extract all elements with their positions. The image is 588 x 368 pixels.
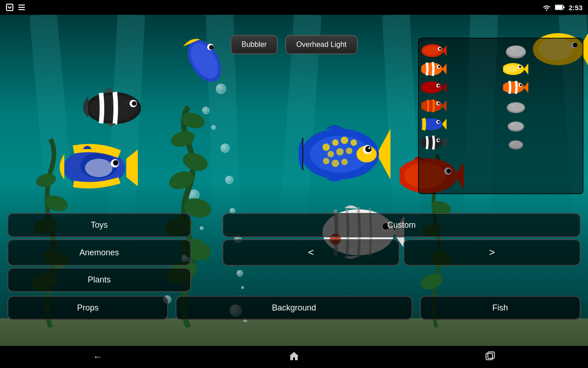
menu-row-bottom: Props Background Fish: [7, 296, 581, 320]
svg-point-12: [181, 150, 210, 174]
fish-option-stone2[interactable]: [503, 98, 528, 114]
svg-point-80: [438, 121, 440, 123]
svg-point-47: [365, 146, 372, 152]
fish-option-blue-yellow[interactable]: [421, 116, 447, 132]
svg-point-13: [170, 129, 197, 149]
fish-option-black-white[interactable]: [421, 134, 447, 151]
svg-rect-6: [555, 6, 562, 9]
bottom-menu: Toys Custom Anemones < > Plants Props Ba…: [0, 223, 588, 324]
svg-point-27: [132, 101, 136, 106]
svg-point-74: [438, 85, 440, 87]
next-button[interactable]: >: [403, 239, 581, 266]
fish-option-clownfish[interactable]: [421, 61, 447, 77]
fish-option-stone1[interactable]: [503, 42, 528, 59]
menu-row-3: Plants: [7, 268, 581, 292]
status-bar-left: [6, 3, 26, 12]
anemones-button[interactable]: Anemones: [7, 239, 191, 266]
svg-point-90: [519, 66, 521, 68]
fish-blue-yellow-main: [55, 143, 138, 193]
svg-point-93: [520, 84, 522, 86]
svg-point-95: [508, 103, 524, 112]
fish-clownfish-main: [79, 83, 153, 129]
svg-point-77: [438, 103, 440, 105]
svg-rect-0: [6, 4, 13, 11]
plants-button[interactable]: Plants: [7, 268, 191, 292]
fish-option-orange-panel[interactable]: [503, 79, 528, 96]
svg-point-36: [332, 139, 339, 146]
battery-icon: [555, 4, 565, 11]
background-button[interactable]: Background: [175, 296, 412, 320]
toys-button[interactable]: Toys: [7, 213, 191, 237]
fish-tropical-large: [299, 120, 390, 189]
svg-point-71: [438, 66, 441, 68]
svg-point-83: [438, 139, 440, 142]
svg-point-41: [346, 148, 352, 154]
nav-bar: ←: [0, 346, 588, 368]
svg-point-85: [507, 46, 525, 57]
svg-point-35: [322, 144, 330, 151]
svg-point-98: [509, 122, 523, 130]
fish-option-dark-red[interactable]: [421, 79, 447, 96]
svg-point-32: [113, 160, 119, 166]
svg-point-99: [511, 123, 515, 126]
svg-point-88: [504, 65, 519, 73]
time-display: 2:53: [569, 4, 582, 12]
fish-option-red-tropical[interactable]: [421, 42, 447, 59]
svg-point-40: [336, 148, 344, 155]
svg-point-37: [341, 137, 348, 144]
svg-point-102: [511, 141, 515, 144]
prev-button[interactable]: <: [222, 239, 400, 266]
svg-point-72: [421, 81, 442, 93]
svg-point-81: [421, 137, 442, 149]
svg-point-30: [85, 159, 113, 177]
menu-row-1: Toys Custom: [7, 213, 581, 237]
overhead-light-button[interactable]: Overhead Light: [285, 35, 357, 54]
aquarium-background: Bubbler Overhead Light Toys Custom Anemo…: [0, 15, 588, 346]
svg-point-43: [332, 160, 339, 167]
fish-clownfish-top: [175, 33, 234, 88]
fish-list-right: [449, 39, 582, 193]
svg-point-101: [509, 141, 522, 148]
fish-panel: [418, 38, 583, 194]
back-button[interactable]: ←: [82, 347, 114, 367]
svg-point-44: [341, 159, 348, 165]
svg-point-69: [421, 63, 442, 75]
menu-icon: [17, 3, 26, 12]
fish-option-yellow-panel[interactable]: [503, 61, 528, 77]
svg-point-96: [511, 104, 515, 107]
fish-option-red-stripe[interactable]: [421, 98, 447, 114]
home-button[interactable]: [277, 347, 311, 367]
bubbler-button[interactable]: Bubbler: [231, 35, 278, 54]
fish-option-stone4[interactable]: [503, 134, 528, 151]
recents-button[interactable]: [474, 347, 506, 367]
svg-rect-5: [563, 6, 565, 8]
svg-point-52: [209, 45, 214, 50]
svg-point-75: [421, 100, 442, 112]
notification-icon: [6, 3, 14, 12]
top-buttons: Bubbler Overhead Light: [231, 35, 358, 54]
fish-option-stone3[interactable]: [503, 116, 528, 132]
custom-button[interactable]: Custom: [222, 213, 581, 237]
svg-point-42: [323, 158, 329, 164]
props-button[interactable]: Props: [7, 296, 168, 320]
svg-point-19: [34, 172, 57, 189]
svg-point-48: [368, 147, 370, 149]
svg-point-66: [423, 46, 440, 55]
svg-point-86: [510, 47, 516, 51]
wifi-icon: [542, 4, 551, 11]
status-bar-right: 2:53: [542, 4, 582, 12]
fish-button[interactable]: Fish: [420, 296, 581, 320]
svg-point-91: [503, 81, 524, 93]
fish-list-left: [419, 39, 449, 193]
recents-icon: [485, 351, 495, 361]
home-icon: [288, 351, 300, 361]
svg-point-39: [328, 151, 334, 157]
svg-point-68: [439, 48, 441, 50]
status-bar: 2:53: [0, 0, 588, 15]
menu-row-2: Anemones < >: [7, 239, 581, 266]
svg-point-38: [351, 139, 357, 146]
